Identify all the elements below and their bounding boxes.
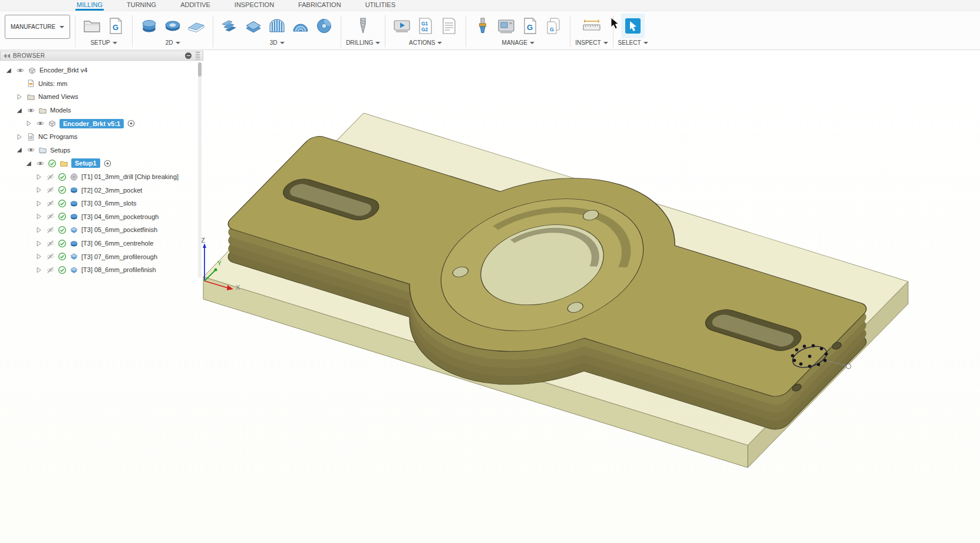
tool-library-button[interactable] xyxy=(471,14,494,38)
pocket-operation-icon xyxy=(70,239,78,248)
tree-row-encoder-brkt-v4[interactable]: Encoder_Brkt v4 xyxy=(0,64,203,77)
measure-button[interactable] xyxy=(580,14,603,38)
panel-grip-handle[interactable] xyxy=(196,52,200,59)
adaptive-clearing-button[interactable] xyxy=(218,14,242,38)
collapse-triangle-icon[interactable] xyxy=(34,212,43,221)
visibility-eye-off-icon[interactable] xyxy=(46,173,55,181)
caret-down-icon xyxy=(113,42,117,44)
templates-button[interactable] xyxy=(542,14,565,38)
axis-label-y: Y xyxy=(217,260,222,267)
tab-utilities[interactable]: UTILITIES xyxy=(364,0,397,11)
workspace-switcher-button[interactable]: MANUFACTURE xyxy=(5,15,70,39)
expand-triangle-icon[interactable] xyxy=(15,106,24,115)
2d-pocket-button[interactable] xyxy=(161,14,184,38)
tree-row-setup1[interactable]: Setup1 xyxy=(0,157,203,170)
pocket-clearing-button[interactable] xyxy=(242,14,265,38)
tab-turning[interactable]: TURNING xyxy=(126,0,157,11)
collapse-triangle-icon[interactable] xyxy=(15,92,24,101)
collapse-triangle-icon[interactable] xyxy=(34,252,43,261)
ribbon-group-label-drilling[interactable]: DRILLING xyxy=(346,39,380,46)
machine-library-button[interactable] xyxy=(494,14,518,38)
tab-label: UTILITIES xyxy=(365,1,395,8)
minimize-panel-icon[interactable] xyxy=(185,52,192,59)
visibility-eye-icon[interactable] xyxy=(36,159,45,168)
visibility-eye-icon[interactable] xyxy=(27,145,35,154)
finish-operation-icon xyxy=(70,226,78,234)
tree-row-setups[interactable]: Setups xyxy=(0,144,203,157)
collapse-triangle-icon[interactable] xyxy=(34,199,43,208)
visibility-eye-icon[interactable] xyxy=(16,66,25,75)
tree-row-op-08-6mm-profilefinish[interactable]: [T3] 08_6mm_profilefinish xyxy=(0,263,203,277)
new-setup-button[interactable] xyxy=(80,14,104,38)
ribbon-separator xyxy=(341,15,341,47)
drill-operation-icon xyxy=(70,173,78,181)
tab-additive[interactable]: ADDITIVE xyxy=(179,0,212,11)
ribbon-group-label-select[interactable]: SELECT xyxy=(618,39,648,46)
drill-button[interactable] xyxy=(351,14,375,38)
visibility-eye-icon[interactable] xyxy=(36,119,45,128)
activate-target-icon[interactable] xyxy=(103,159,112,168)
tree-row-op-01-3mm-drill[interactable]: [T1] 01_3mm_drill [Chip breaking] xyxy=(0,170,203,184)
scrollbar-thumb[interactable] xyxy=(198,62,202,77)
tree-row-op-05-6mm-pocketfinish[interactable]: [T3] 05_6mm_pocketfinish xyxy=(0,223,203,237)
tab-inspection[interactable]: INSPECTION xyxy=(233,0,275,11)
ribbon-group-2d: 2D xyxy=(134,13,211,46)
parallel-icon xyxy=(291,16,310,35)
collapse-triangle-icon[interactable] xyxy=(34,186,43,194)
ribbon-group-label-3d[interactable]: 3D xyxy=(270,39,285,46)
ribbon-group-label-actions[interactable]: ACTIONS xyxy=(409,39,442,46)
collapse-triangle-icon[interactable] xyxy=(15,133,24,141)
expand-triangle-icon[interactable] xyxy=(24,159,33,168)
post-process-button[interactable] xyxy=(414,14,437,38)
collapse-triangle-icon[interactable] xyxy=(24,119,33,128)
ribbon-group-select: SELECT xyxy=(615,13,651,46)
expand-triangle-icon[interactable] xyxy=(4,66,13,75)
activate-target-icon[interactable] xyxy=(127,119,136,128)
simulate-button[interactable] xyxy=(390,14,414,38)
visibility-eye-off-icon[interactable] xyxy=(46,199,55,208)
tree-row-encoder-brkt-v5-1[interactable]: Encoder_Brkt v5:1 xyxy=(0,117,203,130)
face-button[interactable] xyxy=(184,14,208,38)
tree-row-models[interactable]: Models xyxy=(0,104,203,117)
tree-row-op-06-6mm-centrehole[interactable]: [T3] 06_6mm_centrehole xyxy=(0,237,203,250)
visibility-eye-off-icon[interactable] xyxy=(46,266,55,274)
steep-and-shallow-button[interactable] xyxy=(265,14,289,38)
collapse-triangle-icon[interactable] xyxy=(34,173,43,181)
post-library-button[interactable] xyxy=(518,14,542,38)
ribbon-group-label-inspect[interactable]: INSPECT xyxy=(575,39,608,46)
tree-row-nc-programs[interactable]: NC Programs xyxy=(0,130,203,144)
tree-row-units[interactable]: Units: mm xyxy=(0,77,203,91)
visibility-eye-off-icon[interactable] xyxy=(46,186,55,194)
parallel-button[interactable] xyxy=(289,14,312,38)
2d-adaptive-button[interactable] xyxy=(137,14,161,38)
ribbon-group-label-manage[interactable]: MANAGE xyxy=(502,39,534,46)
setups-folder-icon xyxy=(38,145,47,154)
setup-sheet-button[interactable] xyxy=(437,14,461,38)
collapse-triangle-icon[interactable] xyxy=(34,266,43,274)
visibility-eye-off-icon[interactable] xyxy=(46,212,55,221)
ribbon-group-label-setup[interactable]: SETUP xyxy=(90,39,117,46)
collapse-triangle-icon[interactable] xyxy=(34,226,43,234)
spiral-button[interactable] xyxy=(312,14,336,38)
tab-fabrication[interactable]: FABRICATION xyxy=(297,0,342,11)
tree-row-named-views[interactable]: Named Views xyxy=(0,90,203,104)
tab-milling[interactable]: MILLING xyxy=(75,0,104,11)
tree-row-op-02-3mm-pocket[interactable]: [T2] 02_3mm_pocket xyxy=(0,183,203,197)
tree-row-op-07-6mm-profilerough[interactable]: [T3] 07_6mm_profilerough xyxy=(0,250,203,263)
collapse-triangle-icon[interactable] xyxy=(34,239,43,248)
visibility-eye-icon[interactable] xyxy=(27,106,35,115)
tree-row-label: Units: mm xyxy=(38,80,68,87)
visibility-eye-off-icon[interactable] xyxy=(46,252,55,261)
tree-row-op-04-6mm-pocketrough[interactable]: [T3] 04_6mm_pocketrough xyxy=(0,210,203,224)
expand-triangle-icon[interactable] xyxy=(15,145,24,154)
caret-down-icon xyxy=(530,42,534,44)
setup-sheet-icon xyxy=(440,16,458,35)
visibility-eye-off-icon[interactable] xyxy=(46,239,55,248)
ribbon-group-label-2d[interactable]: 2D xyxy=(166,39,180,46)
visibility-eye-off-icon[interactable] xyxy=(46,226,55,234)
tree-row-op-03-6mm-slots[interactable]: [T3] 03_6mm_slots xyxy=(0,197,203,210)
nc-program-button[interactable] xyxy=(104,14,127,38)
collapse-panel-icon[interactable] xyxy=(4,54,10,58)
select-button[interactable] xyxy=(621,14,645,38)
browser-scrollbar[interactable] xyxy=(198,62,202,278)
